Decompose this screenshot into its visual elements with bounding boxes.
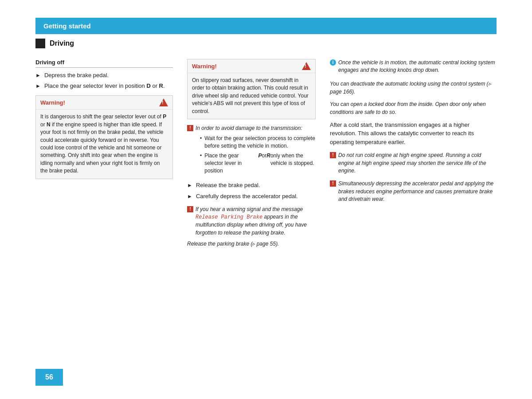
info-icon-blue: i (330, 59, 336, 66)
middle-column: Warning! On slippery road surfaces, neve… (187, 59, 316, 381)
warning-title-middle: Warning! (192, 63, 217, 70)
note-row-2: ! If you hear a warning signal and the m… (187, 206, 316, 237)
warning-triangle-icon-left (159, 98, 168, 106)
note-text-2: If you hear a warning signal and the mes… (196, 206, 316, 237)
red-note-icon-1: ! (187, 125, 193, 131)
warning-header-left: Warning! (36, 96, 172, 110)
bullet-arrow: ► (35, 82, 41, 90)
list-item: Wait for the gear selection process to c… (200, 135, 316, 150)
header-title: Getting started (43, 22, 91, 30)
section-title-block (35, 39, 45, 48)
release-parking-brake-link: Release Parking Brake (196, 214, 262, 220)
bullet-text: Release the brake pedal. (196, 181, 260, 189)
accelerator-note-text: Simultaneously depressing the accelerato… (338, 180, 497, 203)
note-text-1: In order to avoid damage to the transmis… (196, 125, 316, 178)
accelerator-brake-note: ! Simultaneously depressing the accelera… (330, 180, 497, 203)
warning-triangle-icon-middle (302, 62, 311, 70)
content-columns: Driving off ► Depress the brake pedal. ►… (35, 59, 497, 381)
note-row-1: ! In order to avoid damage to the transm… (187, 125, 316, 178)
release-brake-note: Release the parking brake (▹ page 55). (187, 240, 316, 248)
bullet-text: Depress the brake pedal. (44, 71, 109, 79)
subsection-heading: Driving off (35, 59, 173, 68)
list-item: Place the gear selector lever in positio… (200, 152, 316, 174)
warning-title-left: Warning! (40, 99, 65, 106)
warning-box-left: Warning! It is dangerous to shift the ge… (35, 95, 173, 179)
bullet-text: Carefully depress the accelerator pedal. (196, 192, 298, 200)
warning-body-left: It is dangerous to shift the gear select… (36, 110, 172, 178)
warning-body-middle: On slippery road surfaces, never downshi… (188, 73, 315, 119)
list-item: ► Place the gear selector lever in posit… (35, 82, 173, 90)
warning-header-middle: Warning! (188, 59, 315, 73)
section-title-bar: Driving (35, 39, 497, 48)
bullet-arrow: ► (187, 182, 192, 189)
driving-off-bullets: ► Depress the brake pedal. ► Place the g… (35, 71, 173, 90)
page-number: 56 (35, 369, 63, 386)
right-column: i Once the vehicle is in motion, the aut… (330, 59, 497, 381)
bullet-arrow: ► (187, 193, 192, 200)
bullet-arrow: ► (35, 72, 41, 79)
right-para-2: You can open a locked door from the insi… (330, 100, 497, 116)
right-para-cold-start: After a cold start, the transmission eng… (330, 121, 497, 147)
info-note-text: Once the vehicle is in motion, the autom… (338, 59, 497, 74)
section-title: Driving (50, 39, 74, 47)
right-para-1: You can deactivate the automatic locking… (330, 80, 497, 96)
bullet-text: Place the gear selector lever in positio… (44, 82, 165, 90)
header-bar: Getting started (35, 18, 497, 34)
cold-engine-note: ! Do not run cold engine at high engine … (330, 152, 497, 175)
red-note-icon-2: ! (187, 206, 193, 212)
cold-engine-note-text: Do not run cold engine at high engine sp… (338, 152, 497, 175)
list-item: ► Depress the brake pedal. (35, 71, 173, 79)
list-item: ► Release the brake pedal. (187, 181, 316, 189)
red-note-icon-cold: ! (330, 152, 336, 158)
info-note-row: i Once the vehicle is in motion, the aut… (330, 59, 497, 74)
warning-box-middle: Warning! On slippery road surfaces, neve… (187, 59, 316, 119)
middle-bullets: ► Release the brake pedal. ► Carefully d… (187, 181, 316, 200)
left-column: Driving off ► Depress the brake pedal. ►… (35, 59, 173, 381)
list-item: ► Carefully depress the accelerator peda… (187, 192, 316, 200)
red-note-icon-accel: ! (330, 180, 336, 187)
transmission-damage-list: Wait for the gear selection process to c… (200, 135, 316, 174)
